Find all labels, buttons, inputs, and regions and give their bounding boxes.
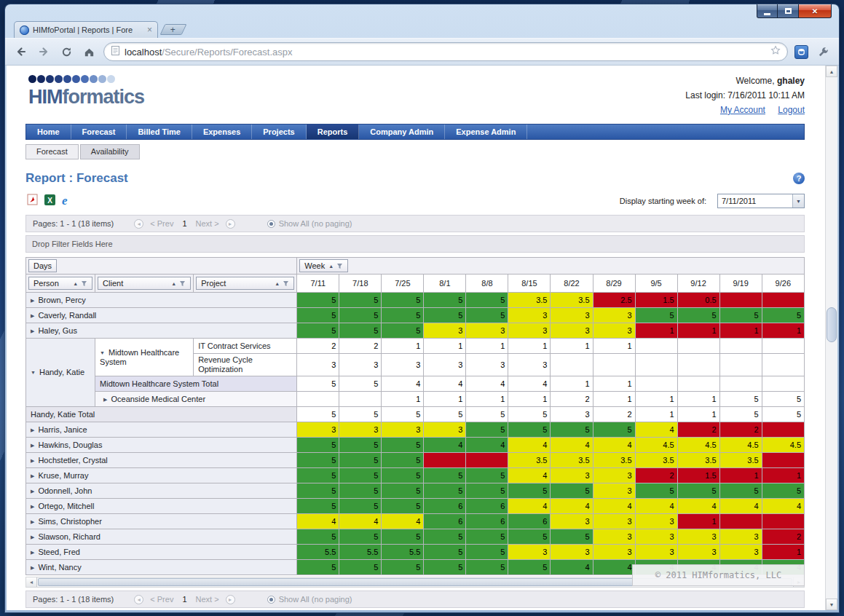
value-cell: 5 (339, 323, 382, 339)
row-label-cell: ▶Odonnell, John (26, 483, 297, 499)
expand-icon[interactable]: ▶ (31, 328, 34, 333)
row-label: Kruse, Murray (38, 471, 88, 480)
expand-icon[interactable]: ▶ (31, 473, 34, 478)
vscrollbar-thumb[interactable] (827, 307, 837, 342)
expand-icon[interactable]: ▶ (31, 427, 34, 433)
expand-icon[interactable]: ▶ (31, 443, 34, 448)
scroll-up-button[interactable]: ▲ (826, 66, 837, 77)
vertical-scrollbar[interactable]: ▲ ▼ (825, 66, 837, 610)
new-tab-button[interactable]: + (160, 24, 187, 35)
nav-item-projects[interactable]: Projects (252, 125, 306, 139)
filter-icon[interactable] (81, 280, 87, 287)
value-cell: 5 (382, 438, 424, 453)
value-cell: 5 (297, 323, 339, 339)
next-page-button[interactable]: Next > (196, 219, 219, 228)
my-account-link[interactable]: My Account (720, 105, 765, 115)
nav-item-expense-admin[interactable]: Expense Admin (445, 125, 527, 139)
bookmark-star-icon[interactable] (770, 45, 781, 58)
refresh-button[interactable] (58, 44, 74, 60)
current-page[interactable]: 1 (180, 595, 189, 604)
last-page-icon[interactable]: ▸ (226, 595, 235, 604)
first-page-icon[interactable]: ◂ (134, 219, 143, 229)
nav-item-reports[interactable]: Reports (307, 125, 360, 139)
value-cell: 1 (677, 392, 719, 407)
browser-tab[interactable]: HIMfoPortal | Reports | Fore × (14, 21, 158, 38)
scroll-left-button[interactable]: ◂ (26, 577, 37, 587)
show-all-radio[interactable] (267, 220, 275, 228)
nav-item-forecast[interactable]: Forecast (71, 125, 127, 139)
last-page-icon[interactable]: ▸ (226, 219, 235, 229)
row-label: Handy, Katie (39, 368, 84, 376)
week-field-button[interactable]: Week ▲ (299, 259, 348, 272)
settings-wrench-icon[interactable] (815, 44, 831, 60)
expand-icon[interactable]: ▶ (31, 565, 34, 570)
pivot-row: ▶Sims, Christopher4446663331 (26, 514, 805, 529)
home-button[interactable] (81, 44, 97, 60)
export-excel-icon[interactable]: X (44, 194, 55, 208)
expand-icon[interactable]: ▶ (31, 458, 34, 463)
extension-icon[interactable] (794, 45, 808, 59)
filter-icon[interactable] (283, 280, 289, 287)
filter-drop-zone[interactable]: Drop Filter Fields Here (25, 235, 805, 253)
value-cell: 3 (593, 483, 635, 499)
address-bar[interactable]: localhost/Secure/Reports/Forecast.aspx (103, 42, 788, 61)
expand-icon[interactable]: ▶ (31, 313, 34, 318)
export-browser-icon[interactable]: e (62, 195, 68, 207)
value-cell: 4 (466, 376, 508, 392)
project-field-button[interactable]: Project ▲ (196, 277, 294, 290)
row-label: Harris, Janice (38, 425, 87, 434)
value-cell: 4 (677, 499, 719, 514)
expand-icon[interactable]: ▶ (31, 298, 34, 303)
nav-item-home[interactable]: Home (26, 125, 71, 139)
nav-item-billed-time[interactable]: Billed Time (127, 125, 192, 139)
help-icon[interactable]: ? (793, 173, 805, 184)
client-field-button[interactable]: Client ▲ (98, 277, 191, 290)
row-label-cell: ▼Midtown Healthcare System (95, 339, 194, 376)
filter-icon[interactable] (179, 280, 186, 287)
show-all-radio[interactable] (267, 596, 275, 604)
collapse-icon[interactable]: ▼ (31, 370, 36, 375)
value-cell: 4 (593, 560, 635, 575)
window-maximize-button[interactable] (778, 4, 799, 18)
display-week-label: Display starting week of: (620, 197, 706, 205)
back-button[interactable] (13, 44, 29, 60)
tab-close-icon[interactable]: × (147, 26, 152, 33)
url-text[interactable]: localhost/Secure/Reports/Forecast.aspx (125, 47, 765, 58)
value-cell: 4 (635, 422, 677, 438)
next-page-button[interactable]: Next > (196, 595, 219, 604)
nav-item-expenses[interactable]: Expenses (192, 125, 252, 139)
window-close-button[interactable]: ✕ (799, 4, 832, 18)
window-titlebar[interactable]: HIMfoPortal | Reports | Fore × + ✕ (5, 4, 839, 38)
value-cell: 5 (339, 529, 382, 545)
chevron-down-icon[interactable]: ▼ (792, 194, 804, 208)
logout-link[interactable]: Logout (778, 105, 805, 115)
export-pdf-icon[interactable] (27, 194, 38, 208)
expand-icon[interactable]: ▶ (31, 550, 34, 555)
expand-icon[interactable]: ▶ (103, 397, 107, 402)
prev-page-button[interactable]: < Prev (150, 219, 173, 228)
collapse-icon[interactable]: ▼ (100, 350, 105, 355)
value-cell: 5 (424, 560, 466, 575)
scroll-down-button[interactable]: ▼ (826, 599, 837, 610)
week-select[interactable]: 7/11/2011 ▼ (717, 194, 805, 208)
value-cell: 5.5 (382, 545, 424, 560)
value-cell: 3 (635, 529, 677, 545)
prev-page-button[interactable]: < Prev (150, 595, 173, 604)
value-cell: 3 (466, 354, 508, 376)
nav-item-company-admin[interactable]: Company Admin (359, 125, 445, 139)
expand-icon[interactable]: ▶ (31, 534, 34, 540)
subnav-tab-forecast[interactable]: Forecast (25, 144, 79, 159)
expand-icon[interactable]: ▶ (31, 489, 34, 494)
first-page-icon[interactable]: ◂ (134, 595, 143, 604)
subnav-tab-availability[interactable]: Availability (80, 144, 140, 159)
value-cell: 1 (719, 323, 762, 339)
days-field-button[interactable]: Days (28, 259, 57, 272)
forward-button[interactable] (36, 44, 52, 60)
expand-icon[interactable]: ▶ (31, 519, 34, 524)
filter-icon[interactable] (336, 263, 343, 269)
value-cell: 5 (466, 529, 508, 545)
window-minimize-button[interactable] (757, 4, 778, 18)
current-page[interactable]: 1 (180, 219, 189, 228)
person-field-button[interactable]: Person ▲ (28, 277, 92, 290)
expand-icon[interactable]: ▶ (31, 504, 34, 509)
